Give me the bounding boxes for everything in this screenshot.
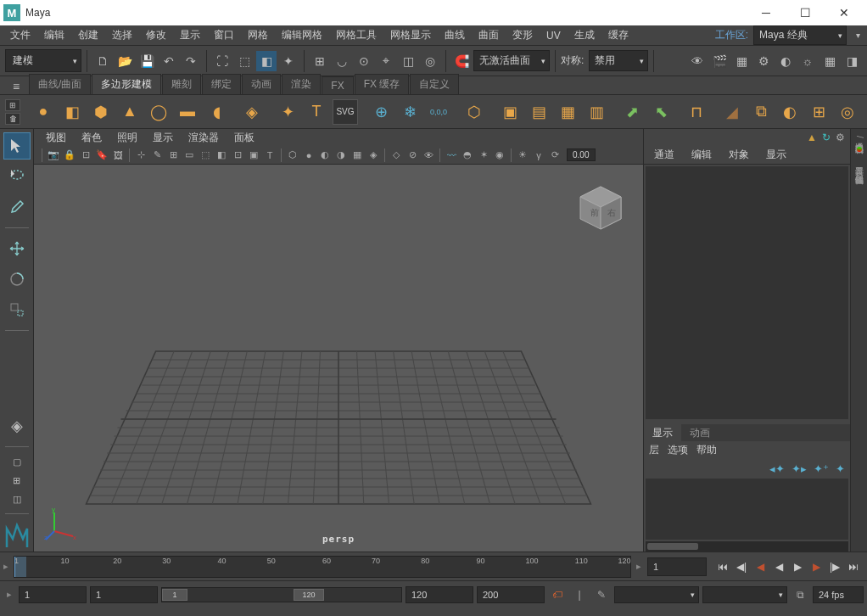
- vp-grease-icon[interactable]: ✎: [149, 148, 165, 163]
- prev-key-icon[interactable]: ◀: [752, 558, 769, 575]
- mirror-icon[interactable]: ⧉: [748, 99, 774, 125]
- timeline-collapse-icon[interactable]: ▸: [0, 554, 12, 580]
- manip-icon[interactable]: ▲: [807, 132, 817, 143]
- vp-ao-icon[interactable]: ◓: [460, 148, 475, 163]
- vp-safe-action-icon[interactable]: ▣: [246, 148, 261, 163]
- auto-key-toggle[interactable]: |: [570, 586, 589, 603]
- bevel-icon[interactable]: ◢: [719, 99, 745, 125]
- vp-textured-icon[interactable]: ▦: [350, 148, 365, 163]
- render-settings-icon[interactable]: ⚙: [753, 51, 774, 71]
- shelf-tab-poly[interactable]: 多边形建模: [92, 74, 161, 94]
- vp-gamma-icon[interactable]: γ: [531, 148, 546, 163]
- undo-icon[interactable]: ↶: [159, 51, 179, 71]
- extrude-face-icon[interactable]: ⬈: [619, 99, 645, 125]
- reset-transform-icon[interactable]: 0,0,0: [426, 99, 451, 125]
- snap-live-icon[interactable]: ◎: [420, 51, 440, 71]
- poly-cylinder-icon[interactable]: ⬢: [88, 99, 114, 125]
- select-tool[interactable]: [3, 132, 31, 160]
- vp-xray-joints-icon[interactable]: ⊘: [405, 148, 420, 163]
- vp-film-gate-icon[interactable]: ▭: [182, 148, 197, 163]
- vp-menu-view[interactable]: 视图: [39, 129, 73, 147]
- menu-surfaces[interactable]: 曲面: [472, 25, 506, 45]
- vp-value-field[interactable]: 0.00: [567, 148, 596, 161]
- menu-window[interactable]: 窗口: [207, 25, 241, 45]
- paint-select-tool[interactable]: [3, 193, 31, 221]
- time-ruler[interactable]: 1 10 20 30 40 50 60 70 80 90 100 110 120: [14, 556, 631, 578]
- vp-exposure-icon[interactable]: ☀: [515, 148, 530, 163]
- svg-import-icon[interactable]: SVG: [333, 99, 358, 125]
- vp-menu-renderer[interactable]: 渲染器: [182, 129, 226, 147]
- poly-cube-icon[interactable]: ◧: [59, 99, 85, 125]
- shelf-tab-rig[interactable]: 绑定: [202, 74, 241, 94]
- snap-point-icon[interactable]: ⊙: [354, 51, 374, 71]
- viewcube[interactable]: 前 右: [575, 182, 626, 232]
- side-tab-attreditor[interactable]: 属性编辑器: [853, 165, 865, 172]
- channel-tab-show[interactable]: 显示: [759, 145, 793, 165]
- four-pane-layout[interactable]: ⊞: [3, 473, 31, 488]
- playback-start-field[interactable]: 1: [90, 586, 158, 603]
- select-highlight-icon[interactable]: ✦: [278, 51, 299, 71]
- menu-edit[interactable]: 编辑: [37, 25, 71, 45]
- snap-plane-icon[interactable]: ◫: [398, 51, 418, 71]
- vp-bookmarks-icon[interactable]: 🔖: [94, 148, 109, 163]
- vp-gate-mask-icon[interactable]: ◧: [214, 148, 229, 163]
- go-end-icon[interactable]: ⏭: [845, 558, 862, 575]
- layer-move-up-icon[interactable]: ◂✦: [769, 462, 785, 475]
- menu-create[interactable]: 创建: [71, 25, 105, 45]
- boolean-union-icon[interactable]: ▣: [497, 99, 523, 125]
- poly-plane-icon[interactable]: ▬: [175, 99, 200, 125]
- menu-modify[interactable]: 修改: [139, 25, 173, 45]
- light-editor-icon[interactable]: ☼: [797, 51, 818, 71]
- play-forward-icon[interactable]: ▶: [789, 558, 806, 575]
- vp-resolution-gate-icon[interactable]: ⬚: [198, 148, 213, 163]
- layer-new-empty-icon[interactable]: ✦⁺: [814, 462, 829, 475]
- vp-camera-attr-icon[interactable]: ⊡: [78, 148, 93, 163]
- viewport[interactable]: 前 右 y x z persp: [34, 165, 643, 552]
- shelf-edit-icon[interactable]: ⊞: [5, 99, 20, 111]
- rotate-tool[interactable]: [3, 266, 31, 293]
- symmetry-selector[interactable]: 禁用 ▾: [589, 50, 648, 71]
- menu-mesh[interactable]: 网格: [241, 25, 275, 45]
- timeline-expand-icon[interactable]: ▸: [633, 554, 645, 580]
- shelf-tab-fx[interactable]: FX: [322, 76, 353, 94]
- reset-icon[interactable]: ↻: [822, 132, 831, 143]
- scrollbar-thumb[interactable]: [647, 543, 698, 550]
- poly-sphere-icon[interactable]: ●: [31, 99, 56, 125]
- range-track[interactable]: 1 120: [161, 587, 402, 602]
- current-frame-field[interactable]: 1: [647, 557, 707, 576]
- extrude-edge-icon[interactable]: ⬉: [648, 99, 674, 125]
- lasso-tool[interactable]: [3, 163, 31, 190]
- bridge-icon[interactable]: ⊓: [684, 99, 709, 125]
- anim-end-field[interactable]: 200: [477, 586, 545, 603]
- menu-deform[interactable]: 变形: [506, 25, 540, 45]
- side-tab-channelbox[interactable]: 通道盒/层编辑器: [853, 132, 865, 142]
- panel-layout-icon[interactable]: ▦: [819, 51, 840, 71]
- poly-disc-icon[interactable]: ◖: [204, 99, 229, 125]
- vp-isolate-icon[interactable]: 👁: [421, 148, 436, 163]
- menu-generate[interactable]: 生成: [568, 25, 601, 45]
- auto-key-icon[interactable]: ✎: [592, 586, 611, 603]
- menu-collapse-icon[interactable]: ▾: [852, 30, 864, 42]
- move-tool[interactable]: [3, 235, 31, 262]
- select-by-component-icon[interactable]: ◧: [256, 51, 277, 71]
- ipr-render-icon[interactable]: ▦: [731, 51, 752, 71]
- crease-icon[interactable]: ◎: [835, 99, 860, 125]
- workspace-selector[interactable]: Maya 经典 ▾: [753, 25, 847, 45]
- step-forward-icon[interactable]: |▶: [826, 558, 843, 575]
- snap-curve-icon[interactable]: ◡: [332, 51, 352, 71]
- render-view-icon[interactable]: 👁: [687, 51, 708, 71]
- platonic-icon[interactable]: ◈: [239, 99, 265, 125]
- boolean-diff-icon[interactable]: ▤: [526, 99, 551, 125]
- shelf-tab-curves[interactable]: 曲线/曲面: [29, 74, 91, 94]
- layer-menu-layers[interactable]: 层: [649, 443, 659, 457]
- live-surface-field[interactable]: 无激活曲面 ▾: [473, 50, 550, 71]
- menu-mesh-tools[interactable]: 网格工具: [329, 25, 383, 45]
- combine-icon[interactable]: ⬡: [461, 99, 487, 125]
- render-frame-icon[interactable]: 🎬: [709, 51, 730, 71]
- layer-move-down-icon[interactable]: ✦▸: [791, 462, 807, 475]
- menu-edit-mesh[interactable]: 编辑网格: [275, 25, 329, 45]
- snap-projected-icon[interactable]: ⌖: [376, 51, 396, 71]
- range-collapse-icon[interactable]: ▸: [3, 582, 15, 608]
- poly-cone-icon[interactable]: ▲: [117, 99, 143, 125]
- set-key-icon[interactable]: 🏷: [548, 586, 567, 603]
